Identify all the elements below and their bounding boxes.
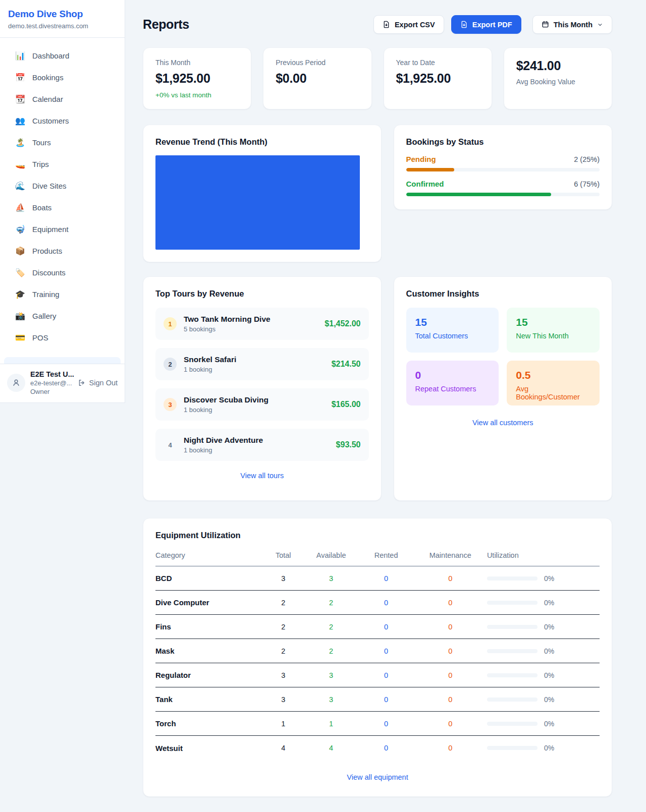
confirmed-progress-fill (406, 193, 552, 196)
tile-value: 0 (415, 369, 490, 381)
tour-name: Snorkel Safari (184, 355, 236, 364)
utilization-percent: 0% (544, 720, 554, 728)
equipment-table: Category Total Available Rented Maintena… (155, 548, 600, 760)
sidebar: Demo Dive Shop demo.test.divestreams.com… (0, 0, 125, 403)
calendar-icon (542, 21, 549, 28)
equipment-total: 2 (263, 647, 304, 655)
sidebar-item-products[interactable]: 📦 Products (4, 240, 121, 262)
stats-row: This Month $1,925.00 +0% vs last month P… (143, 47, 612, 109)
sidebar-item-label: Trips (32, 160, 49, 168)
sidebar-item-reports-partial[interactable] (4, 357, 121, 364)
period-dropdown[interactable]: This Month (532, 15, 612, 34)
sidebar-item-discounts[interactable]: 🏷️ Discounts (4, 262, 121, 283)
status-count: 2 (25%) (574, 155, 600, 163)
tile-total-customers: 15 Total Customers (406, 308, 499, 353)
page-header: Reports Export CSV Export PDF (143, 15, 612, 34)
tour-bookings: 1 booking (184, 406, 268, 414)
equipment-maintenance: 0 (414, 695, 487, 704)
bookings-by-status-card: Bookings by Status Pending 2 (25%) Confi… (394, 125, 612, 210)
equipment-maintenance: 0 (414, 647, 487, 655)
status-label: Pending (406, 155, 436, 163)
sidebar-item-customers[interactable]: 👥 Customers (4, 110, 121, 132)
top-tours-card: Top Tours by Revenue 1 Two Tank Morning … (143, 276, 382, 501)
sidebar-item-label: Customers (32, 117, 69, 125)
tour-name: Night Dive Adventure (184, 436, 263, 445)
sidebar-item-equipment[interactable]: 🤿 Equipment (4, 218, 121, 240)
sidebar-item-training[interactable]: 🎓 Training (4, 283, 121, 305)
sidebar-item-label: Products (32, 247, 62, 255)
stat-label: Year to Date (396, 59, 479, 67)
tag-icon: 🏷️ (15, 269, 25, 277)
tour-revenue: $214.50 (332, 360, 361, 369)
column-header: Category (155, 551, 263, 559)
utilization-bar (487, 625, 537, 629)
sidebar-item-pos[interactable]: 💳 POS (4, 327, 121, 349)
equipment-available: 3 (304, 574, 359, 583)
sidebar-item-calendar[interactable]: 📆 Calendar (4, 88, 121, 110)
equipment-available: 3 (304, 671, 359, 679)
charts-row: Revenue Trend (This Month) Bookings by S… (143, 125, 612, 262)
equipment-utilization-title: Equipment Utilization (155, 531, 600, 540)
sidebar-item-label: Equipment (32, 225, 69, 234)
table-row: Fins 2 2 0 0 0% (155, 615, 600, 639)
stat-card-previous-period: Previous Period $0.00 (263, 47, 371, 109)
stat-card-this-month: This Month $1,925.00 +0% vs last month (143, 47, 251, 109)
column-header: Total (263, 551, 304, 559)
tour-list: 1 Two Tank Morning Dive 5 bookings $1,45… (155, 308, 369, 461)
sidebar-item-trips[interactable]: 🚤 Trips (4, 153, 121, 175)
stat-value: $241.00 (516, 59, 600, 73)
user-meta: E2E Test U... e2e-tester@... Owner (30, 370, 73, 395)
stat-card-year-to-date: Year to Date $1,925.00 (384, 47, 492, 109)
shop-name-link[interactable]: Demo Dive Shop (8, 9, 117, 20)
export-csv-button[interactable]: Export CSV (373, 15, 444, 34)
equipment-total: 3 (263, 695, 304, 704)
sidebar-item-dashboard[interactable]: 📊 Dashboard (4, 45, 121, 67)
page-title: Reports (143, 17, 189, 32)
revenue-trend-title: Revenue Trend (This Month) (155, 137, 369, 147)
sign-out-button[interactable]: Sign Out (78, 379, 118, 387)
sidebar-item-bookings[interactable]: 📅 Bookings (4, 67, 121, 88)
equipment-category: Mask (155, 647, 263, 655)
equipment-category: Torch (155, 719, 263, 728)
rank-badge: 2 (164, 358, 177, 371)
graduation-cap-icon: 🎓 (15, 291, 25, 299)
rank-badge: 3 (164, 398, 177, 411)
tile-value: 15 (415, 316, 490, 328)
view-all-equipment-link[interactable]: View all equipment (155, 773, 600, 781)
stat-value: $0.00 (276, 71, 359, 86)
equipment-rented: 0 (359, 671, 414, 679)
equipment-rented: 0 (359, 574, 414, 583)
avatar (7, 374, 25, 392)
sidebar-item-label: Dashboard (32, 51, 69, 60)
tile-repeat-customers: 0 Repeat Customers (406, 361, 499, 405)
sidebar-item-dive-sites[interactable]: 🌊 Dive Sites (4, 175, 121, 197)
tile-label: Repeat Customers (415, 385, 490, 393)
utilization-percent: 0% (544, 574, 554, 583)
credit-card-icon: 💳 (15, 334, 25, 342)
confirmed-progress-track (406, 193, 600, 196)
user-email: e2e-tester@... (30, 379, 73, 387)
tour-list-item: 3 Discover Scuba Diving 1 booking $165.0… (155, 388, 369, 421)
export-pdf-button[interactable]: Export PDF (451, 15, 521, 34)
person-icon (12, 378, 21, 387)
utilization-percent: 0% (544, 671, 554, 679)
equipment-maintenance: 0 (414, 671, 487, 679)
equipment-rented: 0 (359, 623, 414, 631)
sidebar-item-label: Gallery (32, 312, 57, 320)
sidebar-item-gallery[interactable]: 📸 Gallery (4, 305, 121, 327)
wave-icon: 🌊 (15, 182, 25, 190)
sidebar-item-tours[interactable]: 🏝️ Tours (4, 132, 121, 153)
tour-name: Discover Scuba Diving (184, 395, 268, 404)
sign-out-label: Sign Out (89, 379, 118, 387)
equipment-table-header: Category Total Available Rented Maintena… (155, 548, 600, 566)
insight-tiles: 15 Total Customers 15 New This Month 0 R… (406, 308, 600, 405)
equipment-rented: 0 (359, 695, 414, 704)
sidebar-item-boats[interactable]: ⛵ Boats (4, 197, 121, 218)
status-row-pending: Pending 2 (25%) (406, 155, 600, 171)
equipment-category: Regulator (155, 671, 263, 679)
utilization-percent: 0% (544, 647, 554, 655)
view-all-tours-link[interactable]: View all tours (155, 472, 369, 480)
equipment-available: 2 (304, 647, 359, 655)
view-all-customers-link[interactable]: View all customers (406, 419, 600, 427)
utilization-bar (487, 649, 537, 653)
